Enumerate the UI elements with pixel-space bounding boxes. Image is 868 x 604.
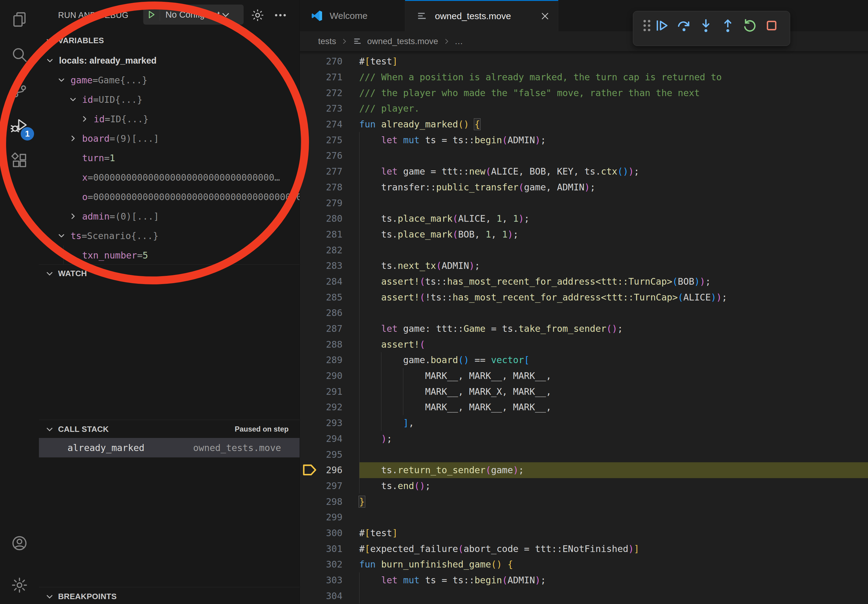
tab-owned-tests-move[interactable]: owned_tests.move	[405, 0, 558, 31]
code-line-294[interactable]: 294 );	[300, 431, 868, 447]
variable-row[interactable]: turn = 1	[39, 148, 300, 167]
line-number[interactable]: 293	[326, 418, 343, 428]
gutter[interactable]: 298	[300, 494, 359, 510]
line-content[interactable]: MARK__, MARK__, MARK__,	[359, 399, 868, 415]
line-number[interactable]: 298	[326, 496, 343, 507]
line-number[interactable]: 295	[326, 449, 343, 460]
line-content[interactable]	[359, 510, 868, 525]
code-line-293[interactable]: 293 ],	[300, 415, 868, 431]
close-tab-icon[interactable]	[540, 11, 550, 21]
line-content[interactable]	[359, 446, 868, 462]
variables-section-header[interactable]: VARIABLES	[39, 32, 299, 49]
line-content[interactable]: }	[359, 494, 868, 510]
gutter[interactable]: 302	[300, 556, 359, 572]
toolbar-drag-grip[interactable]	[639, 18, 653, 39]
code-line-297[interactable]: 297 ts.end();	[300, 478, 868, 494]
line-number[interactable]: 274	[326, 119, 343, 130]
code-line-302[interactable]: 302fun burn_unfinished_game() {	[300, 556, 868, 572]
code-line-284[interactable]: 284 assert!(ts::has_most_recent_for_addr…	[300, 274, 868, 290]
line-number[interactable]: 287	[326, 323, 343, 334]
code-line-301[interactable]: 301#[expected_failure(abort_code = ttt::…	[300, 541, 868, 556]
gutter[interactable]: 275	[300, 132, 359, 148]
code-line-285[interactable]: 285 assert!(!ts::has_most_recent_for_add…	[300, 289, 868, 305]
line-content[interactable]	[359, 588, 868, 604]
code-line-292[interactable]: 292 MARK__, MARK__, MARK__,	[300, 399, 868, 415]
debug-settings-gear-icon[interactable]	[250, 8, 265, 23]
code-line-274[interactable]: 274fun already_marked() {	[300, 116, 868, 132]
line-number[interactable]: 300	[326, 528, 343, 538]
line-number[interactable]: 284	[326, 276, 343, 287]
line-number[interactable]: 304	[326, 591, 343, 601]
line-content[interactable]: );	[359, 431, 868, 447]
line-content[interactable]: ts.return_to_sender(game);	[359, 462, 868, 478]
line-content[interactable]	[359, 305, 868, 321]
variable-row[interactable]: game = Game{...}	[39, 70, 300, 90]
line-content[interactable]: let mut ts = ts::begin(ADMIN);	[359, 132, 868, 148]
call-stack-section-header[interactable]: CALL STACK Paused on step	[39, 420, 299, 438]
line-number[interactable]: 303	[326, 575, 343, 585]
code-line-291[interactable]: 291 MARK__, MARK_X, MARK__,	[300, 384, 868, 399]
chevron-down-icon[interactable]	[57, 76, 66, 84]
code-line-295[interactable]: 295	[300, 446, 868, 462]
line-content[interactable]: assert!(!ts::has_most_recent_for_address…	[359, 289, 868, 305]
code-line-303[interactable]: 303 let mut ts = ts::begin(ADMIN);	[300, 572, 868, 588]
gutter[interactable]: 291	[300, 384, 359, 399]
code-line-304[interactable]: 304	[300, 588, 868, 604]
line-content[interactable]: ],	[359, 415, 868, 431]
line-content[interactable]: ts.place_mark(ALICE, 1, 1);	[359, 211, 868, 226]
code-line-272[interactable]: 272/// the player who made the "false" m…	[300, 85, 868, 101]
gutter[interactable]: 294	[300, 431, 359, 447]
chevron-down-icon[interactable]	[69, 95, 77, 104]
gutter[interactable]: 300	[300, 525, 359, 541]
gutter[interactable]: 285	[300, 289, 359, 305]
gutter[interactable]: 284	[300, 274, 359, 290]
line-number[interactable]: 277	[326, 166, 343, 177]
code-line-282[interactable]: 282	[300, 242, 868, 258]
chevron-right-icon[interactable]	[80, 115, 89, 123]
gutter[interactable]: 286	[300, 305, 359, 321]
line-content[interactable]: game.board() == vector[	[359, 352, 868, 368]
line-number[interactable]: 302	[326, 559, 343, 570]
gutter[interactable]: 287	[300, 321, 359, 337]
more-actions-icon[interactable]	[273, 8, 288, 23]
activity-run-and-debug[interactable]: 1	[0, 108, 39, 142]
line-number[interactable]: 270	[326, 56, 343, 67]
debug-continue-button[interactable]	[654, 18, 674, 39]
code-line-281[interactable]: 281 ts.place_mark(BOB, 1, 1);	[300, 226, 868, 242]
line-number[interactable]: 297	[326, 480, 343, 491]
line-content[interactable]: ts.end();	[359, 478, 868, 494]
gutter[interactable]: 282	[300, 242, 359, 258]
line-number[interactable]: 275	[326, 135, 343, 146]
gutter[interactable]: 274	[300, 116, 359, 132]
gutter[interactable]: 289	[300, 352, 359, 368]
line-content[interactable]: #[test]	[359, 54, 868, 69]
line-number[interactable]: 301	[326, 544, 343, 554]
activity-source-control[interactable]	[0, 73, 39, 107]
code-line-273[interactable]: 273/// player.	[300, 101, 868, 116]
gutter[interactable]: 293	[300, 415, 359, 431]
line-number[interactable]: 290	[326, 370, 343, 381]
line-number[interactable]: 299	[326, 512, 343, 522]
gutter[interactable]: 276	[300, 148, 359, 164]
activity-account[interactable]	[0, 526, 39, 560]
code-line-276[interactable]: 276	[300, 148, 868, 164]
debug-config-dropdown[interactable]: No Configurat	[143, 5, 243, 25]
debug-step-over-button[interactable]	[676, 18, 696, 39]
breadcrumb-file[interactable]: owned_tests.move	[367, 37, 438, 46]
variable-row[interactable]: id = UID{...}	[39, 90, 300, 109]
code-line-286[interactable]: 286	[300, 305, 868, 321]
line-content[interactable]: MARK__, MARK__, MARK__,	[359, 368, 868, 384]
gutter[interactable]: 283	[300, 258, 359, 274]
gutter[interactable]: 272	[300, 85, 359, 101]
gutter[interactable]: 281	[300, 226, 359, 242]
line-number[interactable]: 282	[326, 245, 343, 256]
debug-stop-button[interactable]	[764, 18, 784, 39]
gutter[interactable]: 303	[300, 572, 359, 588]
chevron-right-icon[interactable]	[69, 212, 77, 220]
line-number[interactable]: 276	[326, 150, 343, 161]
line-content[interactable]	[359, 195, 868, 211]
gutter[interactable]: 279	[300, 195, 359, 211]
line-content[interactable]: ts.next_tx(ADMIN);	[359, 258, 868, 274]
variable-row[interactable]: o = 000000000000000000000000000000000000…	[39, 187, 300, 206]
code-line-278[interactable]: 278 transfer::public_transfer(game, ADMI…	[300, 180, 868, 195]
